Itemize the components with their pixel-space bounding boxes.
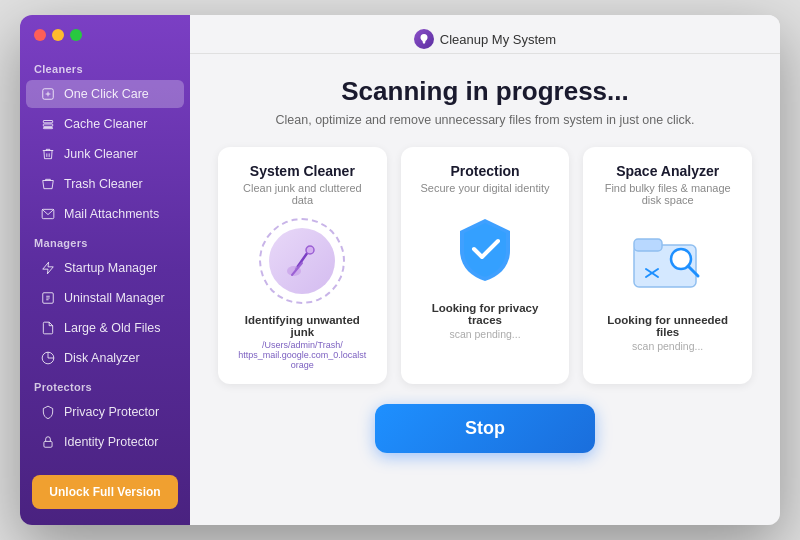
sidebar-item-label: Uninstall Manager [64, 291, 165, 305]
cards-row: System Cleaner Clean junk and cluttered … [218, 147, 752, 384]
sidebar: Cleaners One Click Care Cache Cleaner Ju… [20, 15, 190, 525]
sidebar-item-cache-cleaner[interactable]: Cache Cleaner [26, 110, 184, 138]
protection-pending: scan pending... [449, 328, 520, 340]
protectors-section-label: Protectors [20, 373, 190, 397]
space-analyzer-title: Space Analyzer [616, 163, 719, 179]
broom-icon [282, 241, 322, 281]
shield-illustration [442, 206, 528, 292]
trash2-icon [40, 176, 56, 192]
main-window: Cleaners One Click Care Cache Cleaner Ju… [20, 15, 780, 525]
folder-illustration [625, 218, 711, 304]
system-cleaner-detail: /Users/admin/Trash/https_mail.google.com… [237, 340, 367, 370]
sidebar-item-large-old-files[interactable]: Large & Old Files [26, 314, 184, 342]
scan-animation-inner [269, 228, 335, 294]
sidebar-item-privacy-protector[interactable]: Privacy Protector [26, 398, 184, 426]
svg-rect-7 [44, 441, 52, 447]
shield-large-icon [445, 209, 525, 289]
app-header: Cleanup My System [190, 15, 780, 54]
sidebar-item-mail-attachments[interactable]: Mail Attachments [26, 200, 184, 228]
mail-icon [40, 206, 56, 222]
space-analyzer-card: Space Analyzer Find bulky files & manage… [583, 147, 752, 384]
unlock-full-version-button[interactable]: Unlock Full Version [32, 475, 178, 509]
sidebar-item-label: Cache Cleaner [64, 117, 147, 131]
space-analyzer-pending: scan pending... [632, 340, 703, 352]
sidebar-item-one-click-care[interactable]: One Click Care [26, 80, 184, 108]
maximize-button[interactable] [70, 29, 82, 41]
lock-icon [40, 434, 56, 450]
layers-icon [40, 116, 56, 132]
svg-point-8 [423, 36, 426, 39]
traffic-lights [20, 29, 190, 55]
sidebar-item-disk-analyzer[interactable]: Disk Analyzer [26, 344, 184, 372]
sidebar-item-label: Junk Cleaner [64, 147, 138, 161]
main-body: Scanning in progress... Clean, optimize … [190, 54, 780, 525]
sidebar-item-uninstall-manager[interactable]: Uninstall Manager [26, 284, 184, 312]
shield-icon [40, 404, 56, 420]
svg-point-12 [306, 246, 314, 254]
space-analyzer-illustration [623, 216, 713, 306]
app-icon [414, 29, 434, 49]
sidebar-item-label: Large & Old Files [64, 321, 161, 335]
sidebar-item-label: Privacy Protector [64, 405, 159, 419]
stop-button[interactable]: Stop [375, 404, 595, 453]
svg-rect-1 [43, 121, 52, 123]
package-icon [40, 290, 56, 306]
cursor-icon [40, 86, 56, 102]
pie-icon [40, 350, 56, 366]
space-analyzer-status: Looking for unneeded files [597, 314, 738, 338]
close-button[interactable] [34, 29, 46, 41]
space-analyzer-subtitle: Find bulky files & manage disk space [597, 182, 738, 206]
protection-card: Protection Secure your digital identity … [401, 147, 570, 384]
cleaners-section-label: Cleaners [20, 55, 190, 79]
protection-subtitle: Secure your digital identity [421, 182, 550, 194]
zap-icon [40, 260, 56, 276]
scan-title: Scanning in progress... [341, 76, 629, 107]
system-cleaner-illustration [257, 216, 347, 306]
folder-large-icon [626, 221, 710, 301]
svg-rect-3 [43, 128, 52, 129]
protection-title: Protection [450, 163, 519, 179]
system-cleaner-title: System Cleaner [250, 163, 355, 179]
sidebar-item-identity-protector[interactable]: Identity Protector [26, 428, 184, 456]
svg-rect-2 [43, 124, 52, 126]
managers-section-label: Managers [20, 229, 190, 253]
svg-rect-14 [634, 239, 662, 251]
scan-subtitle: Clean, optimize and remove unnecessary f… [276, 113, 695, 127]
system-cleaner-card: System Cleaner Clean junk and cluttered … [218, 147, 387, 384]
sidebar-item-label: Disk Analyzer [64, 351, 140, 365]
sidebar-item-junk-cleaner[interactable]: Junk Cleaner [26, 140, 184, 168]
system-cleaner-subtitle: Clean junk and cluttered data [232, 182, 373, 206]
protection-illustration [440, 204, 530, 294]
main-content: Cleanup My System Scanning in progress..… [190, 15, 780, 525]
svg-marker-5 [43, 262, 54, 274]
sidebar-item-label: Trash Cleaner [64, 177, 143, 191]
sidebar-item-label: Startup Manager [64, 261, 157, 275]
sidebar-item-label: Mail Attachments [64, 207, 159, 221]
sidebar-item-trash-cleaner[interactable]: Trash Cleaner [26, 170, 184, 198]
minimize-button[interactable] [52, 29, 64, 41]
scan-animation-circle [259, 218, 345, 304]
sidebar-item-startup-manager[interactable]: Startup Manager [26, 254, 184, 282]
sidebar-item-label: Identity Protector [64, 435, 159, 449]
app-title: Cleanup My System [440, 32, 556, 47]
trash-icon [40, 146, 56, 162]
file-icon [40, 320, 56, 336]
system-cleaner-status: Identifying unwanted junk [232, 314, 373, 338]
protection-status: Looking for privacy traces [415, 302, 556, 326]
sidebar-item-label: One Click Care [64, 87, 149, 101]
